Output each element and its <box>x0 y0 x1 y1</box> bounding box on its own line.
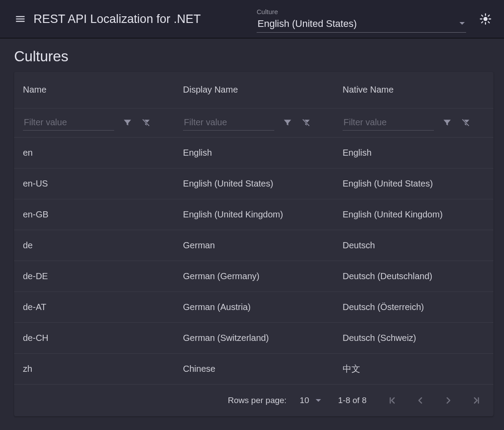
filter-apply-button-name[interactable] <box>122 117 133 128</box>
rows-per-page-select[interactable]: 10 <box>300 396 321 405</box>
cell-display-name: German (Austria) <box>174 292 334 322</box>
rows-per-page-label: Rows per page: <box>228 396 287 405</box>
cell-native-name: Deutsch <box>334 230 493 261</box>
filter-apply-button-display-name[interactable] <box>282 117 293 128</box>
filter-off-icon <box>461 118 470 127</box>
prev-page-button[interactable] <box>414 394 426 407</box>
table-row[interactable]: de-CHGerman (Switzerland)Deutsch (Schwei… <box>14 322 493 353</box>
cell-native-name: 中文 <box>334 353 493 384</box>
culture-select[interactable]: Culture English (United States) <box>257 5 466 33</box>
menu-icon <box>15 13 26 25</box>
cell-name: de-AT <box>14 292 174 322</box>
cell-display-name: German (Switzerland) <box>174 322 334 353</box>
cell-display-name: English (United Kingdom) <box>174 199 334 230</box>
table-row[interactable]: en-USEnglish (United States)English (Uni… <box>14 168 493 199</box>
table-pagination: Rows per page: 10 1-8 of 8 <box>14 385 493 416</box>
next-page-button[interactable] <box>442 394 455 407</box>
column-header-name[interactable]: Name <box>14 72 174 108</box>
table-row[interactable]: de-DEGerman (Germany)Deutsch (Deutschlan… <box>14 261 493 292</box>
cultures-table-card: Name Display Name Native Name <box>14 72 493 416</box>
cell-native-name: Deutsch (Österreich) <box>334 292 493 322</box>
page-title: Cultures <box>0 38 504 72</box>
table-row[interactable]: de-ATGerman (Austria)Deutsch (Österreich… <box>14 292 493 322</box>
svg-line-6 <box>488 22 489 22</box>
column-header-display-name[interactable]: Display Name <box>174 72 334 108</box>
filter-off-icon <box>141 118 151 127</box>
cell-native-name: Deutsch (Schweiz) <box>334 322 493 353</box>
table-header-row: Name Display Name Native Name <box>14 72 493 108</box>
cell-name: zh <box>14 353 174 384</box>
page-last-icon <box>471 395 482 406</box>
cultures-table: Name Display Name Native Name <box>14 72 493 385</box>
cell-native-name: English (United States) <box>334 168 493 199</box>
first-page-button[interactable] <box>386 394 398 407</box>
svg-line-8 <box>488 15 489 16</box>
pagination-range-label: 1-8 of 8 <box>335 396 370 405</box>
filter-input-display-name[interactable] <box>183 115 274 131</box>
table-filter-row <box>14 108 493 137</box>
chevron-down-icon <box>315 396 321 405</box>
menu-button[interactable] <box>14 13 26 25</box>
chevron-down-icon <box>459 20 465 28</box>
cell-native-name: English <box>334 137 493 168</box>
culture-select-value: English (United States) <box>258 18 357 30</box>
cell-name: en-GB <box>14 199 174 230</box>
filter-input-native-name[interactable] <box>343 115 434 131</box>
cell-display-name: English (United States) <box>174 168 334 199</box>
svg-line-5 <box>482 15 482 16</box>
table-row[interactable]: zhChinese中文 <box>14 353 493 384</box>
rows-per-page-value: 10 <box>300 396 309 405</box>
filter-clear-button-native-name[interactable] <box>460 117 471 128</box>
filter-icon <box>283 118 292 127</box>
last-page-button[interactable] <box>470 394 483 407</box>
filter-clear-button-display-name[interactable] <box>301 117 311 128</box>
filter-icon <box>442 118 452 127</box>
table-row[interactable]: deGermanDeutsch <box>14 230 493 261</box>
cell-native-name: English (United Kingdom) <box>334 199 493 230</box>
cell-name: en <box>14 137 174 168</box>
column-header-native-name[interactable]: Native Name <box>334 72 493 108</box>
culture-select-label: Culture <box>257 5 466 15</box>
cell-name: de-CH <box>14 322 174 353</box>
table-row[interactable]: enEnglishEnglish <box>14 137 493 168</box>
cell-display-name: German <box>174 230 334 261</box>
filter-icon <box>123 118 132 127</box>
filter-off-icon <box>301 118 311 127</box>
chevron-left-icon <box>415 395 426 406</box>
cell-display-name: English <box>174 137 334 168</box>
svg-point-0 <box>483 17 487 21</box>
sun-icon <box>479 13 492 25</box>
cell-native-name: Deutsch (Deutschland) <box>334 261 493 292</box>
svg-line-7 <box>482 22 482 22</box>
table-row[interactable]: en-GBEnglish (United Kingdom)English (Un… <box>14 199 493 230</box>
cell-name: en-US <box>14 168 174 199</box>
cell-display-name: German (Germany) <box>174 261 334 292</box>
chevron-right-icon <box>443 395 454 406</box>
filter-apply-button-native-name[interactable] <box>442 117 452 128</box>
appbar: REST API Localization for .NET Culture E… <box>0 0 504 38</box>
app-title: REST API Localization for .NET <box>34 12 201 26</box>
theme-toggle-button[interactable] <box>478 11 493 27</box>
cell-name: de <box>14 230 174 261</box>
page-first-icon <box>387 395 397 406</box>
filter-clear-button-name[interactable] <box>141 117 151 128</box>
filter-input-name[interactable] <box>23 115 114 131</box>
cell-display-name: Chinese <box>174 353 334 384</box>
cell-name: de-DE <box>14 261 174 292</box>
